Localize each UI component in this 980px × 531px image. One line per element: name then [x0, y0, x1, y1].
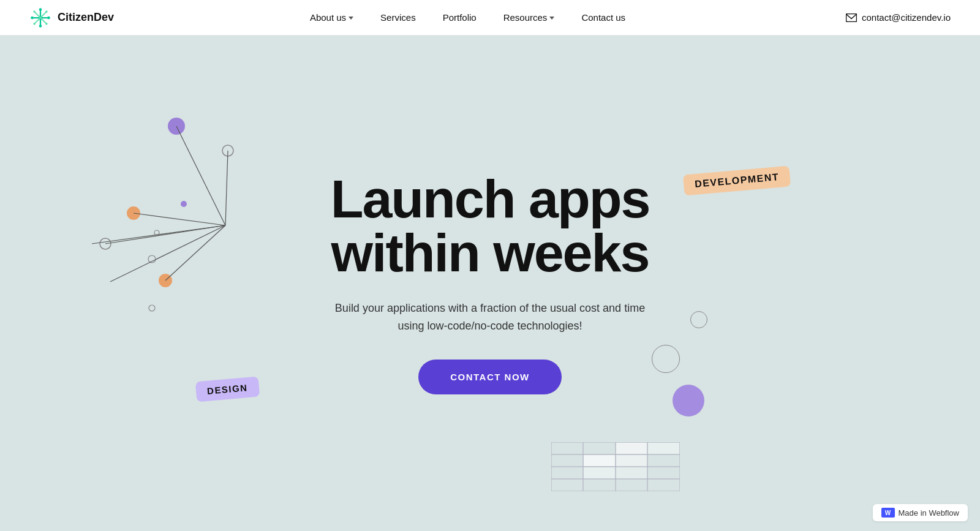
svg-line-29 [165, 225, 225, 281]
webflow-label: Made in Webflow [899, 508, 959, 518]
decorative-grid [551, 442, 680, 491]
chevron-down-icon [549, 17, 554, 20]
logo-icon [29, 7, 51, 29]
hero-subtitle: Build your applications with a fraction … [331, 299, 650, 335]
svg-line-8 [34, 18, 40, 24]
svg-line-7 [40, 12, 47, 18]
svg-rect-48 [616, 443, 647, 454]
svg-line-20 [176, 126, 225, 225]
nav-link-about[interactable]: About us [296, 12, 367, 23]
svg-rect-46 [584, 467, 615, 478]
hero-content: Launch apps within weeks Build your appl… [331, 172, 650, 394]
svg-rect-49 [648, 443, 679, 454]
svg-rect-45 [616, 455, 647, 466]
svg-point-11 [31, 16, 34, 19]
svg-point-12 [47, 16, 50, 19]
logo-text: CitizenDev [58, 11, 114, 24]
nav-link-services[interactable]: Services [367, 12, 429, 23]
svg-line-21 [225, 151, 228, 225]
svg-rect-47 [616, 467, 647, 478]
svg-point-9 [39, 8, 42, 11]
hero-title-line2: within weeks [331, 226, 650, 280]
deco-circle-filled [673, 385, 704, 416]
svg-line-32 [92, 225, 225, 244]
svg-rect-44 [584, 455, 615, 466]
svg-point-15 [33, 23, 36, 25]
hero-title-line1: Launch apps [331, 172, 650, 226]
nav-link-portfolio[interactable]: Portfolio [429, 12, 490, 23]
hero-section: DEVELOPMENT DESIGN Launch apps within we… [0, 36, 980, 531]
contact-now-button[interactable]: CONTACT NOW [418, 360, 562, 394]
svg-line-5 [34, 12, 40, 18]
chevron-down-icon [349, 17, 353, 20]
svg-line-6 [40, 18, 47, 24]
nav-item-resources[interactable]: Resources [490, 12, 568, 23]
decorative-lines-left [61, 97, 270, 317]
deco-circle-outline-2 [652, 345, 680, 373]
svg-point-13 [33, 10, 36, 13]
webflow-icon: W [881, 508, 895, 518]
svg-point-31 [149, 305, 155, 311]
nav-link-resources[interactable]: Resources [490, 12, 568, 23]
nav-item-portfolio[interactable]: Portfolio [429, 12, 490, 23]
nav-item-about[interactable]: About us [296, 12, 367, 23]
deco-circle-outline-1 [690, 311, 707, 328]
design-badge: DESIGN [195, 377, 260, 402]
email-address: contact@citizendev.io [862, 12, 951, 23]
nav-item-services[interactable]: Services [367, 12, 429, 23]
nav-link-contact[interactable]: Contact us [568, 12, 639, 23]
nav-email[interactable]: contact@citizendev.io [821, 12, 951, 23]
email-icon [846, 13, 857, 22]
webflow-badge[interactable]: W Made in Webflow [873, 504, 968, 521]
nav-links: About us Services Portfolio Resources Co… [296, 12, 639, 23]
svg-point-10 [39, 24, 42, 28]
nav-item-contact[interactable]: Contact us [568, 12, 639, 23]
svg-point-14 [45, 10, 48, 13]
svg-line-23 [134, 213, 225, 225]
svg-point-16 [45, 23, 48, 25]
navbar: CitizenDev About us Services Portfolio R… [0, 0, 980, 36]
svg-point-27 [181, 201, 187, 207]
logo-link[interactable]: CitizenDev [29, 7, 114, 29]
development-badge: DEVELOPMENT [683, 165, 791, 195]
